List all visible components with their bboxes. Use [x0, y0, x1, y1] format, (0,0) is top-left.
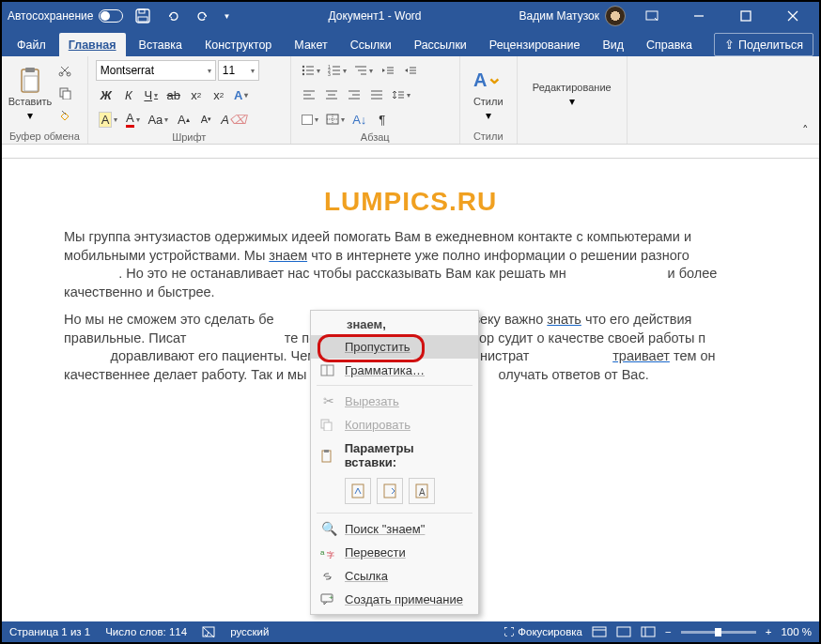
format-painter-icon[interactable] — [54, 105, 75, 126]
copy-icon[interactable] — [54, 83, 75, 103]
context-suggestion[interactable]: знаем, — [311, 314, 478, 335]
search-icon: 🔍 — [320, 521, 337, 536]
tab-mailings[interactable]: Рассылки — [405, 33, 476, 56]
scissors-icon: ✂ — [320, 393, 337, 408]
autosave-toggle[interactable]: Автосохранение — [8, 9, 123, 23]
text-effects-button[interactable]: A▾ — [231, 84, 252, 105]
font-color-button[interactable]: A▾ — [122, 109, 143, 130]
collapse-ribbon-icon[interactable]: ˄ — [795, 119, 815, 140]
link-icon — [320, 571, 337, 582]
superscript-button[interactable]: x2 — [209, 84, 229, 105]
show-marks-button[interactable]: ¶ — [372, 109, 393, 130]
context-translate[interactable]: а字Перевести — [311, 541, 478, 564]
paste-button[interactable]: Вставить ▾ — [9, 60, 51, 129]
context-search[interactable]: 🔍Поиск "знаем" — [311, 516, 478, 541]
grammar-error-1[interactable]: знаем — [269, 248, 307, 263]
context-link[interactable]: Ссылка — [311, 564, 478, 588]
paste-label: Вставить — [8, 96, 53, 107]
align-center-button[interactable] — [321, 84, 342, 105]
bullets-button[interactable]: ▾ — [299, 60, 323, 81]
tab-view[interactable]: Вид — [593, 33, 633, 56]
increase-indent-button[interactable] — [400, 60, 421, 81]
zoom-level[interactable]: 100 % — [781, 626, 812, 637]
justify-button[interactable] — [366, 84, 387, 105]
shading-button[interactable]: ▾ — [299, 109, 321, 130]
tab-layout[interactable]: Макет — [285, 33, 336, 56]
font-size-combo[interactable]: 11▾ — [218, 60, 259, 81]
minimize-button[interactable] — [678, 2, 720, 30]
cut-icon[interactable] — [54, 60, 75, 81]
svg-text:а: а — [320, 548, 325, 557]
undo-icon[interactable] — [163, 6, 183, 26]
qa-dropdown-icon[interactable]: ▼ — [223, 12, 230, 21]
document-title: Документ1 - Word — [230, 9, 519, 23]
tab-home[interactable]: Главная — [59, 33, 126, 56]
line-spacing-button[interactable]: ▾ — [389, 84, 413, 105]
watermark: LUMPICS.RU — [64, 187, 757, 217]
paste-merge-formatting[interactable] — [377, 478, 403, 504]
redo-icon[interactable] — [193, 6, 213, 26]
tab-file[interactable]: Файл — [8, 33, 55, 56]
font-group-label: Шрифт — [96, 131, 283, 143]
view-read-icon[interactable] — [616, 626, 631, 637]
grammar-error-2[interactable]: знать — [547, 312, 581, 327]
share-button[interactable]: ⇪ Поделиться — [714, 33, 813, 56]
status-proofing-icon[interactable] — [202, 626, 215, 637]
underline-button[interactable]: Ч▾ — [141, 84, 162, 105]
svg-point-16 — [302, 66, 304, 68]
svg-text:字: 字 — [327, 551, 334, 559]
ruler[interactable] — [2, 145, 819, 159]
highlight-button[interactable]: A▾ — [96, 109, 121, 130]
comment-icon: + — [320, 593, 337, 606]
zoom-in-button[interactable]: + — [766, 626, 772, 637]
ribbon-tabs: Файл Главная Вставка Конструктор Макет С… — [2, 30, 819, 56]
close-button[interactable] — [772, 2, 813, 30]
change-case-button[interactable]: Aa▾ — [145, 109, 171, 130]
context-comment[interactable]: +Создать примечание — [311, 588, 478, 611]
clear-format-button[interactable]: A⌫ — [218, 109, 249, 130]
paste-keep-formatting[interactable] — [345, 478, 371, 504]
avatar[interactable] — [605, 6, 626, 26]
view-web-icon[interactable] — [641, 626, 656, 637]
autosave-label: Автосохранение — [8, 9, 93, 23]
tab-help[interactable]: Справка — [637, 33, 702, 56]
ribbon-display-icon[interactable] — [631, 2, 673, 30]
tab-review[interactable]: Рецензирование — [480, 33, 590, 56]
grammar-error-3[interactable]: траивает — [612, 348, 670, 363]
tab-references[interactable]: Ссылки — [341, 33, 401, 56]
view-print-icon[interactable] — [592, 626, 607, 637]
tab-design[interactable]: Конструктор — [195, 33, 281, 56]
numbering-button[interactable]: 123▾ — [325, 60, 349, 81]
editing-button[interactable]: Редактирование ▾ — [525, 60, 619, 129]
zoom-slider[interactable] — [681, 631, 756, 634]
decrease-indent-button[interactable] — [378, 60, 398, 81]
align-right-button[interactable] — [344, 84, 364, 105]
grow-font-button[interactable]: A▴ — [173, 109, 194, 130]
svg-point-18 — [302, 69, 304, 71]
italic-button[interactable]: К — [118, 84, 139, 105]
borders-button[interactable]: ▾ — [323, 109, 348, 130]
status-page[interactable]: Страница 1 из 1 — [9, 626, 90, 637]
context-grammar[interactable]: Грамматика… — [311, 359, 478, 382]
strike-button[interactable]: ab — [163, 84, 184, 105]
save-icon[interactable] — [132, 6, 153, 26]
subscript-button[interactable]: x2 — [186, 84, 207, 105]
context-skip[interactable]: Пропустить — [311, 335, 478, 359]
svg-rect-62 — [384, 484, 395, 498]
tab-insert[interactable]: Вставка — [130, 33, 192, 56]
paste-text-only[interactable]: A — [409, 478, 435, 504]
styles-button[interactable]: A⌄ Стили ▾ — [468, 60, 509, 129]
user-name: Вадим Матузок — [519, 9, 599, 23]
bold-button[interactable]: Ж — [96, 84, 116, 105]
multilevel-button[interactable]: ▾ — [351, 60, 376, 81]
focus-mode[interactable]: ⛶ Фокусировка — [503, 626, 582, 637]
sort-button[interactable]: A↓ — [349, 109, 370, 130]
zoom-out-button[interactable]: − — [665, 626, 672, 637]
font-name-combo[interactable]: Montserrat▾ — [96, 60, 216, 81]
status-words[interactable]: Число слов: 114 — [105, 626, 187, 637]
context-menu: знаем, Пропустить Грамматика… ✂Вырезать … — [310, 310, 479, 615]
align-left-button[interactable] — [299, 84, 319, 105]
shrink-font-button[interactable]: A▾ — [195, 109, 216, 130]
status-language[interactable]: русский — [230, 626, 269, 637]
maximize-button[interactable] — [725, 2, 767, 30]
